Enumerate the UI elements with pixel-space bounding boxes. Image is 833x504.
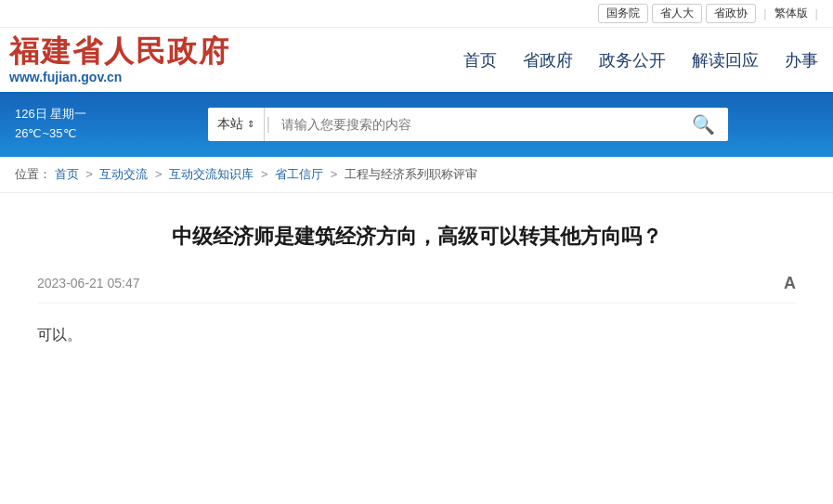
- article-title: 中级经济师是建筑经济方向，高级可以转其他方向吗？: [37, 221, 796, 252]
- article-text: 可以。: [37, 322, 796, 349]
- search-scope-selector[interactable]: 本站 ⇕: [208, 108, 265, 141]
- search-input[interactable]: [272, 108, 678, 141]
- search-box: 本站 ⇕ | 🔍: [208, 108, 728, 141]
- date-display: 126日 星期一: [15, 105, 98, 124]
- breadcrumb-sep-2: >: [155, 167, 163, 181]
- nav-gov[interactable]: 省政府: [523, 49, 573, 71]
- article-meta: 2023-06-21 05:47 A: [37, 274, 796, 304]
- breadcrumb-current: 工程与经济系列职称评审: [345, 167, 477, 181]
- logo-title[interactable]: 福建省人民政府: [9, 35, 230, 68]
- breadcrumb-sep-4: >: [331, 167, 338, 181]
- top-bar-links: 国务院 省人大 省政协 | 繁体版 |: [598, 4, 822, 23]
- logo-url-prefix: www.: [9, 70, 43, 84]
- top-divider2: |: [815, 6, 818, 20]
- nav-affairs[interactable]: 政务公开: [599, 49, 666, 71]
- logo-url: www.fujian.gov.cn: [9, 70, 230, 84]
- breadcrumb-prefix: 位置：: [15, 167, 51, 181]
- search-left-info: 126日 星期一 26℃~35℃: [15, 105, 98, 144]
- top-divider: |: [763, 6, 766, 20]
- header: 福建省人民政府 www.fujian.gov.cn 首页 省政府 政务公开 解读…: [0, 28, 833, 92]
- breadcrumb-knowledge[interactable]: 互动交流知识库: [169, 167, 254, 181]
- shengzhengxie-button[interactable]: 省政协: [706, 4, 756, 23]
- nav-home[interactable]: 首页: [463, 49, 497, 71]
- logo-url-suffix: .gov.cn: [77, 70, 122, 84]
- shengrendag-button[interactable]: 省人大: [652, 4, 702, 23]
- main-nav: 首页 省政府 政务公开 解读回应 办事: [463, 49, 818, 71]
- nav-service[interactable]: 办事: [785, 49, 818, 71]
- main-content: 中级经济师是建筑经济方向，高级可以转其他方向吗？ 2023-06-21 05:4…: [0, 193, 833, 386]
- breadcrumb-interaction[interactable]: 互动交流: [99, 167, 148, 181]
- logo-area: 福建省人民政府 www.fujian.gov.cn: [9, 35, 230, 84]
- breadcrumb-home[interactable]: 首页: [55, 167, 79, 181]
- nav-interpret[interactable]: 解读回应: [692, 49, 759, 71]
- search-divider: |: [267, 114, 271, 134]
- breadcrumb-sep-3: >: [261, 167, 268, 181]
- article-date: 2023-06-21 05:47: [37, 276, 140, 291]
- breadcrumb-sep-1: >: [85, 167, 93, 181]
- search-button[interactable]: 🔍: [679, 108, 728, 141]
- search-bar: 126日 星期一 26℃~35℃ 本站 ⇕ | 🔍: [0, 92, 833, 157]
- logo-url-bold: fujian: [43, 70, 77, 84]
- breadcrumb-dept[interactable]: 省工信厅: [275, 167, 323, 181]
- search-scope-label: 本站: [217, 116, 243, 133]
- scope-arrow-icon: ⇕: [247, 119, 254, 129]
- guowuyuan-button[interactable]: 国务院: [598, 4, 648, 23]
- font-size-icon[interactable]: A: [784, 274, 796, 293]
- traditional-link[interactable]: 繁体版: [774, 6, 808, 21]
- search-icon: 🔍: [692, 113, 715, 136]
- article-body: 可以。: [37, 322, 796, 349]
- top-bar: 国务院 省人大 省政协 | 繁体版 |: [0, 0, 833, 28]
- breadcrumb-bar: 位置： 首页 > 互动交流 > 互动交流知识库 > 省工信厅 > 工程与经济系列…: [0, 157, 833, 193]
- temp-display: 26℃~35℃: [15, 124, 98, 144]
